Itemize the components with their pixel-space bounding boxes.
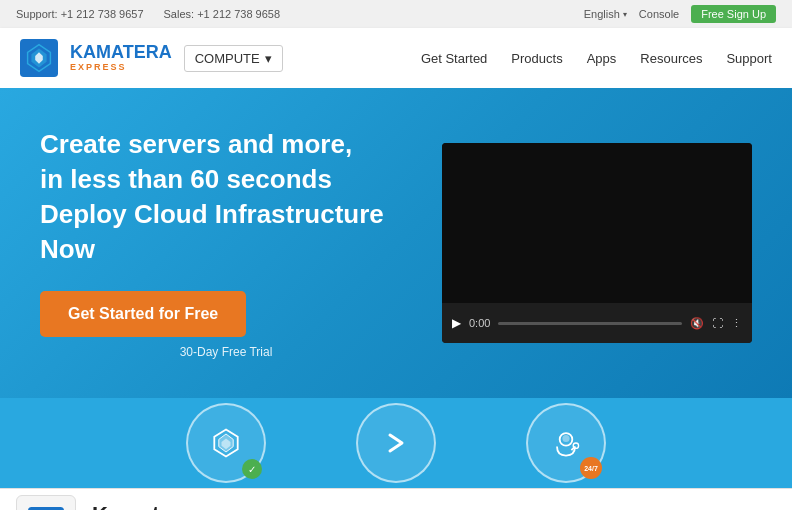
free-trial-label: 30-Day Free Trial xyxy=(40,345,412,359)
volume-icon[interactable]: 🔇 xyxy=(690,317,704,330)
chevron-down-icon: ▾ xyxy=(623,10,627,19)
support-phone: Support: +1 212 738 9657 xyxy=(16,8,144,20)
kamatera-logo-icon xyxy=(20,39,58,77)
more-options-icon[interactable]: ⋮ xyxy=(731,317,742,330)
chevron-down-icon: ▾ xyxy=(265,51,272,66)
features-row: ✓ 24/7 xyxy=(0,398,792,488)
video-controls: ▶ 0:00 🔇 ⛶ ⋮ xyxy=(442,303,752,343)
support-24-7-badge: 24/7 xyxy=(580,457,602,479)
feature-speed-icon xyxy=(356,403,436,483)
nav-get-started[interactable]: Get Started xyxy=(421,51,487,66)
nav-support[interactable]: Support xyxy=(726,51,772,66)
nav-products[interactable]: Products xyxy=(511,51,562,66)
get-started-button[interactable]: Get Started for Free xyxy=(40,291,246,337)
bottom-logo-icon xyxy=(28,507,64,511)
top-bar-contact: Support: +1 212 738 9657 Sales: +1 212 7… xyxy=(16,8,280,20)
navbar: KAMATERA EXPRESS COMPUTE ▾ Get Started P… xyxy=(0,28,792,88)
video-screen xyxy=(442,143,752,303)
compute-dropdown-button[interactable]: COMPUTE ▾ xyxy=(184,45,283,72)
speed-svg-icon xyxy=(380,427,412,459)
video-player[interactable]: ▶ 0:00 🔇 ⛶ ⋮ xyxy=(442,143,752,343)
brand-express: EXPRESS xyxy=(70,63,172,73)
bottom-logo-box xyxy=(16,495,76,511)
nav-left: KAMATERA EXPRESS COMPUTE ▾ xyxy=(20,39,283,77)
brand-name: KAMATERA xyxy=(70,43,172,63)
nav-resources[interactable]: Resources xyxy=(640,51,702,66)
free-signup-button[interactable]: Free Sign Up xyxy=(691,5,776,23)
console-link[interactable]: Console xyxy=(639,8,679,20)
video-time: 0:00 xyxy=(469,317,490,329)
nav-links: Get Started Products Apps Resources Supp… xyxy=(421,51,772,66)
hero-content: Create servers and more, in less than 60… xyxy=(40,127,412,359)
hero-title: Create servers and more, in less than 60… xyxy=(40,127,412,267)
svg-point-10 xyxy=(573,443,578,448)
language-selector[interactable]: English ▾ xyxy=(584,8,627,20)
bottom-bar: Kamatera One Of The Most Trusted VPS Hos… xyxy=(0,488,792,510)
check-badge: ✓ xyxy=(242,459,262,479)
bottom-info: Kamatera One Of The Most Trusted VPS Hos… xyxy=(92,502,657,510)
top-bar-actions: English ▾ Console Free Sign Up xyxy=(584,5,776,23)
fullscreen-icon[interactable]: ⛶ xyxy=(712,317,723,329)
bottom-site-title: Kamatera xyxy=(92,502,657,510)
hero-section: Create servers and more, in less than 60… xyxy=(0,88,792,398)
servers-svg-icon xyxy=(208,425,244,461)
svg-point-8 xyxy=(562,435,569,442)
hero-title-line3: Deploy Cloud Infrastructure Now xyxy=(40,199,384,264)
hero-title-line1: Create servers and more, xyxy=(40,129,352,159)
compute-label: COMPUTE xyxy=(195,51,260,66)
sales-phone: Sales: +1 212 738 9658 xyxy=(164,8,281,20)
hero-title-line2: in less than 60 seconds xyxy=(40,164,332,194)
support-svg-icon xyxy=(548,425,584,461)
top-bar: Support: +1 212 738 9657 Sales: +1 212 7… xyxy=(0,0,792,28)
language-label: English xyxy=(584,8,620,20)
video-progress-bar[interactable] xyxy=(498,322,682,325)
feature-support-icon: 24/7 xyxy=(526,403,606,483)
nav-apps[interactable]: Apps xyxy=(587,51,617,66)
brand-text: KAMATERA EXPRESS xyxy=(70,43,172,73)
play-button[interactable]: ▶ xyxy=(452,316,461,330)
feature-servers-icon: ✓ xyxy=(186,403,266,483)
